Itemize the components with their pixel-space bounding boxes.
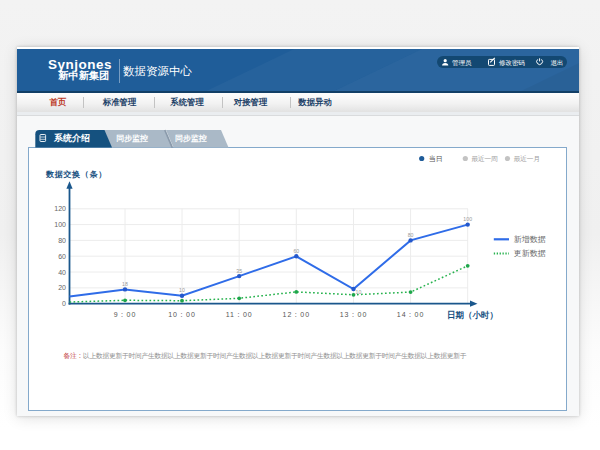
- svg-text:管理员: 管理员: [452, 59, 472, 67]
- svg-text:退出: 退出: [551, 59, 564, 66]
- svg-text:修改密码: 修改密码: [499, 59, 525, 66]
